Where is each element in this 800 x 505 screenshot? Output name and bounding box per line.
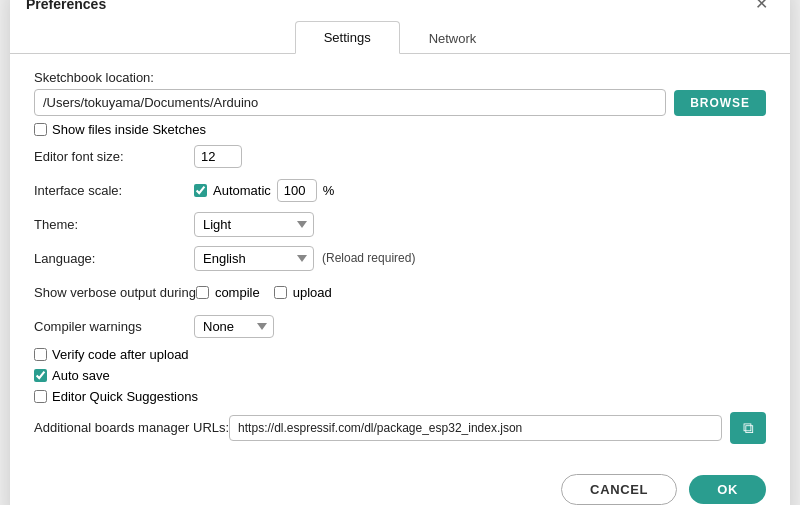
language-label: Language: — [34, 251, 194, 266]
dialog-footer: CANCEL OK — [10, 462, 790, 505]
theme-dropdown[interactable]: Light Dark — [194, 212, 314, 237]
show-files-label: Show files inside Sketches — [52, 122, 206, 137]
tab-settings[interactable]: Settings — [295, 21, 400, 54]
verbose-compile-label: compile — [215, 285, 260, 300]
titlebar: Preferences ✕ — [10, 0, 790, 20]
font-size-label: Editor font size: — [34, 149, 194, 164]
boards-url-button[interactable]: ⧉ — [730, 412, 766, 444]
boards-controls: ⧉ — [229, 412, 766, 444]
settings-panel: Sketchbook location: BROWSE Show files i… — [10, 54, 790, 462]
interface-scale-label: Interface scale: — [34, 183, 194, 198]
scale-auto-label: Automatic — [213, 183, 271, 198]
tabs-bar: Settings Network — [10, 20, 790, 54]
reload-note: (Reload required) — [322, 251, 415, 265]
sketchbook-row: BROWSE — [34, 89, 766, 116]
tab-network[interactable]: Network — [400, 21, 506, 54]
boards-row: Additional boards manager URLs: ⧉ — [34, 410, 766, 444]
autosave-row: Auto save — [34, 368, 766, 383]
preferences-dialog: Preferences ✕ Settings Network Sketchboo… — [10, 0, 790, 505]
editor-suggestions-checkbox[interactable] — [34, 390, 47, 403]
boards-url-input[interactable] — [229, 415, 722, 441]
show-files-checkbox[interactable] — [34, 123, 47, 136]
editor-suggestions-label: Editor Quick Suggestions — [52, 389, 198, 404]
verbose-row: Show verbose output during compile uploa… — [34, 279, 766, 305]
autosave-checkbox[interactable] — [34, 369, 47, 382]
autosave-label: Auto save — [52, 368, 110, 383]
close-button[interactable]: ✕ — [749, 0, 774, 14]
sketchbook-input[interactable] — [34, 89, 666, 116]
cancel-button[interactable]: CANCEL — [561, 474, 677, 505]
verbose-label: Show verbose output during — [34, 285, 196, 300]
boards-url-icon: ⧉ — [743, 419, 754, 437]
interface-scale-row: Interface scale: Automatic % — [34, 177, 766, 203]
scale-unit: % — [323, 183, 335, 198]
browse-button[interactable]: BROWSE — [674, 90, 766, 116]
theme-label: Theme: — [34, 217, 194, 232]
language-row: Language: English 日本語 Deutsch Español Fr… — [34, 245, 766, 271]
sketchbook-label: Sketchbook location: — [34, 70, 766, 85]
font-size-input[interactable] — [194, 145, 242, 168]
language-dropdown[interactable]: English 日本語 Deutsch Español Français — [194, 246, 314, 271]
compiler-warnings-label: Compiler warnings — [34, 319, 194, 334]
verify-checkbox[interactable] — [34, 348, 47, 361]
boards-label: Additional boards manager URLs: — [34, 420, 229, 435]
verbose-compile-checkbox[interactable] — [196, 286, 209, 299]
compiler-warnings-row: Compiler warnings None Default More All — [34, 313, 766, 339]
scale-controls: Automatic % — [194, 179, 334, 202]
editor-suggestions-row: Editor Quick Suggestions — [34, 389, 766, 404]
ok-button[interactable]: OK — [689, 475, 766, 504]
verbose-controls: compile upload — [196, 285, 332, 300]
dialog-title: Preferences — [26, 0, 106, 12]
verbose-upload-label: upload — [293, 285, 332, 300]
theme-row: Theme: Light Dark — [34, 211, 766, 237]
compiler-controls: None Default More All — [194, 315, 274, 338]
compiler-warnings-dropdown[interactable]: None Default More All — [194, 315, 274, 338]
verify-label: Verify code after upload — [52, 347, 189, 362]
verbose-upload-checkbox[interactable] — [274, 286, 287, 299]
sketchbook-section: Sketchbook location: BROWSE — [34, 70, 766, 116]
scale-auto-checkbox[interactable] — [194, 184, 207, 197]
font-size-row: Editor font size: — [34, 143, 766, 169]
scale-value-input[interactable] — [277, 179, 317, 202]
verify-row: Verify code after upload — [34, 347, 766, 362]
show-files-row: Show files inside Sketches — [34, 122, 766, 137]
